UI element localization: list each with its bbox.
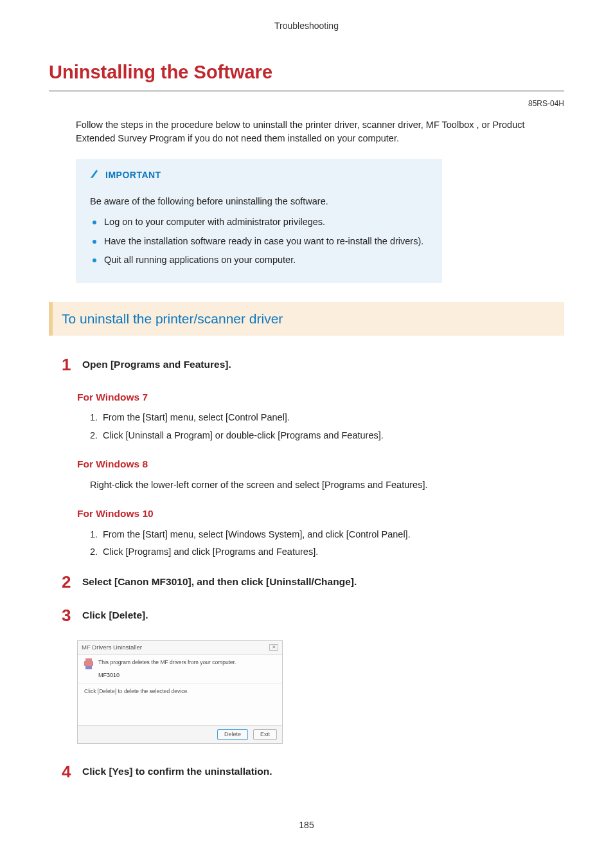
windows-8-block: For Windows 8 Right-click the lower-left… — [77, 457, 564, 492]
document-page: Troubleshooting Uninstalling the Softwar… — [0, 0, 613, 858]
important-lead: Be aware of the following before uninsta… — [90, 195, 428, 209]
page-title: Uninstalling the Software — [49, 59, 564, 91]
dialog-titlebar: MF Drivers Uninstaller ✕ — [78, 641, 282, 655]
dialog-message: This program deletes the MF drivers from… — [98, 658, 236, 667]
os-heading: For Windows 10 — [77, 506, 564, 521]
step-text: Open [Programs and Features]. — [82, 359, 231, 370]
page-header: Troubleshooting — [49, 19, 564, 33]
dialog-list-area — [78, 700, 282, 725]
os-step: Right-click the lower-left corner of the… — [90, 478, 564, 493]
svg-rect-3 — [85, 666, 92, 669]
important-body: Be aware of the following before uninsta… — [90, 195, 428, 267]
dialog-body: This program deletes the MF drivers from… — [78, 655, 282, 683]
exit-button[interactable]: Exit — [253, 729, 277, 741]
step-text: Select [Canon MF3010], and then click [U… — [82, 576, 357, 587]
step-4: 4 Click [Yes] to confirm the uninstallat… — [62, 763, 564, 780]
step-3: 3 Click [Delete]. — [62, 607, 564, 624]
svg-rect-2 — [84, 661, 93, 666]
step-number: 4 — [62, 763, 80, 780]
dialog-hint: Click [Delete] to delete the selected de… — [78, 683, 282, 700]
os-step: Click [Programs] and click [Programs and… — [100, 545, 564, 559]
windows-7-block: For Windows 7 From the [Start] menu, sel… — [77, 390, 564, 443]
important-callout: IMPORTANT Be aware of the following befo… — [76, 159, 442, 283]
delete-button[interactable]: Delete — [217, 729, 248, 741]
step-text: Click [Yes] to confirm the uninstallatio… — [82, 766, 272, 777]
important-label: IMPORTANT — [105, 168, 161, 182]
important-heading: IMPORTANT — [90, 168, 428, 182]
step-2: 2 Select [Canon MF3010], and then click … — [62, 574, 564, 590]
uninstaller-dialog: MF Drivers Uninstaller ✕ This program de… — [77, 640, 283, 744]
os-step: From the [Start] menu, select [Control P… — [100, 411, 564, 425]
pencil-icon — [90, 168, 99, 182]
close-icon[interactable]: ✕ — [269, 644, 278, 651]
document-code: 85RS-04H — [49, 98, 564, 109]
os-heading: For Windows 8 — [77, 457, 564, 471]
important-item: Quit all running applications on your co… — [93, 253, 428, 267]
windows-10-block: For Windows 10 From the [Start] menu, se… — [77, 506, 564, 559]
os-step: Click [Uninstall a Program] or double-cl… — [100, 429, 564, 443]
important-item: Log on to your computer with administrat… — [93, 215, 428, 230]
svg-rect-1 — [85, 658, 92, 661]
os-heading: For Windows 7 — [77, 390, 564, 404]
os-step: From the [Start] menu, select [Windows S… — [100, 528, 564, 542]
dialog-title-text: MF Drivers Uninstaller — [82, 643, 142, 652]
step-1: 1 Open [Programs and Features]. — [62, 356, 564, 373]
svg-point-0 — [91, 177, 92, 178]
step-number: 2 — [62, 574, 80, 590]
important-item: Have the installation software ready in … — [93, 235, 428, 249]
step-number: 1 — [62, 356, 80, 373]
printer-icon — [84, 658, 93, 670]
dialog-button-row: Delete Exit — [78, 725, 282, 744]
step-text: Click [Delete]. — [82, 610, 148, 620]
page-number: 185 — [49, 818, 564, 832]
intro-paragraph: Follow the steps in the procedure below … — [76, 118, 564, 147]
step-number: 3 — [62, 607, 80, 624]
dialog-model: MF3010 — [84, 670, 276, 680]
section-heading: To uninstall the printer/scanner driver — [49, 302, 564, 336]
